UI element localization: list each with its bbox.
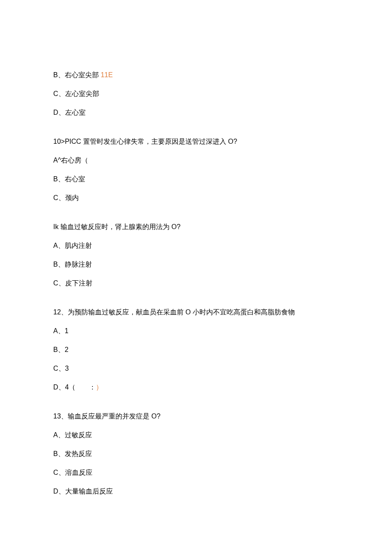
option-b-q12: B、2 — [53, 345, 339, 355]
option-c-q9: C、左心室尖部 — [53, 89, 339, 99]
question-13: 13、输血反应最严重的并发症是 O? — [53, 411, 339, 421]
question-10: 10>PICC 置管时发生心律失常，主要原因是送管过深进入 O? — [53, 137, 339, 147]
question-12: 12、为预防输血过敏反应，献血员在采血前 O 小时内不宜吃高蛋白和高脂肪食物 — [53, 307, 339, 317]
option-d-q9: D、左心室 — [53, 108, 339, 118]
option-a-q11: A、肌内注射 — [53, 241, 339, 251]
option-c-q11: C、皮下注射 — [53, 278, 339, 288]
question-11: Ik 输血过敏反应时，肾上腺素的用法为 O? — [53, 222, 339, 232]
marker: ） — [96, 384, 103, 391]
option-a-q13: A、过敏反应 — [53, 430, 339, 440]
option-a-q12: A、1 — [53, 326, 339, 336]
option-c-q12: C、3 — [53, 363, 339, 374]
option-text: B、右心室尖部 — [53, 71, 101, 78]
option-b-q9: B、右心室尖部 11E — [53, 70, 339, 80]
option-b-q10: B、右心室 — [53, 174, 339, 184]
option-text: D、4（ ： — [53, 384, 96, 391]
marker: 11E — [101, 71, 112, 78]
option-b-q13: B、发热反应 — [53, 449, 339, 459]
option-b-q11: B、静脉注射 — [53, 259, 339, 270]
option-c-q10: C、颈内 — [53, 193, 339, 203]
option-c-q13: C、溶血反应 — [53, 468, 339, 478]
option-d-q12: D、4（ ：） — [53, 382, 339, 392]
option-a-q10: A^右心房（ — [53, 155, 339, 166]
option-d-q13: D、大量输血后反应 — [53, 486, 339, 497]
